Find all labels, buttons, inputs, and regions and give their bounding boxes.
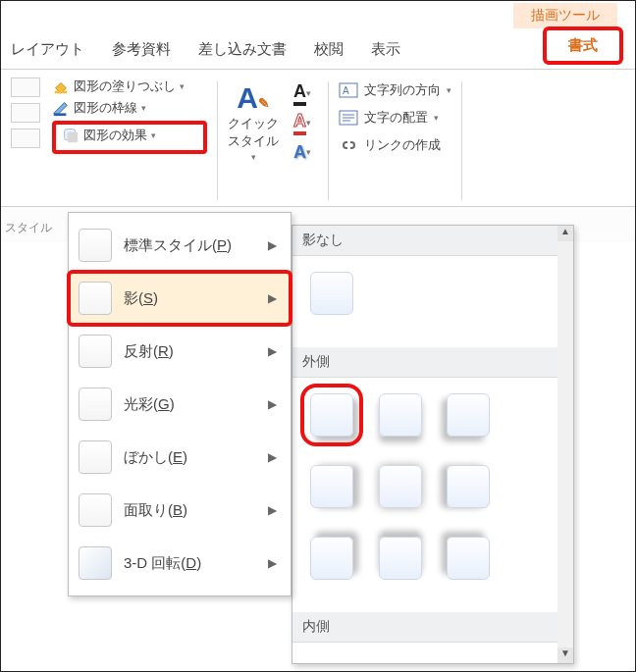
text-direction-icon: A: [339, 82, 358, 98]
text-fill-button[interactable]: A: [287, 83, 318, 103]
svg-rect-1: [54, 113, 67, 116]
shape-fill-button[interactable]: 図形の塗りつぶし: [52, 78, 207, 95]
softedge-thumb-icon: [79, 440, 112, 474]
chevron-right-icon: ▶: [268, 450, 277, 464]
svg-rect-3: [67, 131, 78, 142]
text-align-button[interactable]: 文字の配置: [339, 109, 451, 127]
chevron-right-icon: ▶: [268, 556, 277, 570]
shape-thumb[interactable]: [11, 103, 40, 123]
effects-item-softedge[interactable]: ぼかし(E) ▶: [69, 431, 291, 484]
shape-style-commands: 図形の塗りつぶし 図形の枠線 図形の効果: [46, 76, 213, 206]
create-link-label: リンクの作成: [364, 136, 441, 154]
effects-item-label: 標準スタイル(P): [124, 236, 256, 255]
effects-item-preset[interactable]: 標準スタイル(P) ▶: [69, 219, 291, 272]
gallery-outer-grid: [292, 378, 573, 612]
shape-outline-label: 図形の枠線: [74, 99, 137, 117]
gallery-head-none: 影なし: [292, 226, 573, 256]
gallery-head-outer: 外側: [292, 347, 573, 378]
chevron-right-icon: ▶: [268, 503, 277, 517]
scroll-up-icon[interactable]: ▲: [557, 226, 573, 241]
group-separator: [461, 81, 462, 200]
link-icon: [339, 137, 358, 153]
scroll-down-icon[interactable]: ▼: [557, 647, 573, 663]
shadow-outer-top-left[interactable]: [447, 537, 490, 580]
effects-item-label: 3-D 回転(D): [124, 554, 256, 573]
effects-item-reflection[interactable]: 反射(R) ▶: [69, 325, 291, 378]
shape-effects-menu: 標準スタイル(P) ▶ 影(S) ▶ 反射(R) ▶ 光彩(G) ▶ ぼかし(E…: [68, 212, 292, 596]
effects-item-3drotation[interactable]: 3-D 回転(D) ▶: [69, 537, 291, 590]
tab-mailmerge[interactable]: 差し込み文書: [198, 40, 287, 59]
wordart-group: A✎ クイック スタイル A A A: [222, 76, 324, 206]
drawing-tools-context-tab: 描画ツール: [513, 3, 617, 28]
tab-view[interactable]: 表示: [371, 40, 400, 59]
tab-layout[interactable]: レイアウト: [11, 40, 84, 59]
text-fill-icon: A: [293, 81, 306, 106]
shape-effects-button[interactable]: 図形の効果: [62, 127, 156, 144]
wordart-style-column: A A A: [287, 83, 318, 162]
shadow-outer-top-right[interactable]: [310, 537, 353, 580]
shape-thumb[interactable]: [11, 129, 40, 148]
rotation-thumb-icon: [79, 546, 112, 580]
effects-item-label: 影(S): [124, 289, 256, 308]
highlight-shape-effects: 図形の効果: [52, 121, 207, 154]
shadow-outer-right[interactable]: [310, 465, 353, 508]
tab-review[interactable]: 校閲: [314, 40, 344, 59]
create-link-button[interactable]: リンクの作成: [339, 136, 451, 154]
text-effects-icon: A: [293, 142, 306, 163]
quick-style-label: クイック スタイル: [228, 115, 279, 150]
group-caption-styles: スタイル: [5, 220, 52, 236]
gallery-none-row: [292, 256, 573, 347]
shape-outline-button[interactable]: 図形の枠線: [52, 99, 207, 117]
chevron-right-icon: ▶: [268, 397, 277, 411]
ribbon-body: 図形の塗りつぶし 図形の枠線 図形の効果 A✎ クイック スタイル A A A: [1, 70, 635, 207]
pen-outline-icon: [52, 99, 70, 117]
bevel-thumb-icon: [79, 493, 112, 527]
quick-style-button[interactable]: A✎ クイック スタイル: [228, 83, 279, 162]
effects-item-label: ぼかし(E): [124, 448, 256, 467]
text-outline-button[interactable]: A: [287, 113, 318, 132]
shadow-thumb-icon: [79, 282, 112, 315]
gallery-head-inner: 内側: [292, 612, 573, 643]
shadow-gallery: 影なし 外側 内側 ▲ ▼: [292, 225, 574, 664]
shape-fill-label: 図形の塗りつぶし: [74, 78, 176, 95]
effects-item-label: 面取り(B): [124, 501, 256, 520]
shadow-outer-left[interactable]: [447, 465, 490, 508]
shape-thumb[interactable]: [11, 78, 40, 97]
shape-effects-label: 図形の効果: [83, 127, 147, 144]
chevron-right-icon: ▶: [268, 291, 277, 305]
shadow-outer-bottom-right[interactable]: [310, 393, 353, 437]
contextual-tab-strip: 描画ツール: [1, 1, 635, 30]
chevron-right-icon: ▶: [268, 344, 277, 358]
group-separator: [217, 81, 218, 200]
text-outline-icon: A: [293, 111, 306, 135]
effects-item-bevel[interactable]: 面取り(B) ▶: [69, 484, 291, 537]
svg-rect-0: [55, 91, 68, 94]
tab-references[interactable]: 参考資料: [112, 40, 171, 59]
svg-text:A: A: [343, 85, 349, 96]
shape-gallery-fragment: [5, 76, 46, 206]
tab-format[interactable]: 書式: [568, 36, 598, 53]
quick-style-icon: A✎: [237, 83, 270, 113]
text-align-icon: [339, 110, 358, 126]
effects-item-label: 反射(R): [124, 342, 256, 361]
effects-item-glow[interactable]: 光彩(G) ▶: [69, 378, 291, 431]
text-align-label: 文字の配置: [364, 109, 428, 127]
effects-item-label: 光彩(G): [124, 395, 256, 414]
effects-icon: [62, 127, 80, 144]
shadow-outer-top[interactable]: [379, 537, 422, 580]
group-separator: [328, 81, 329, 200]
preset-thumb-icon: [79, 229, 112, 262]
shadow-none-preset[interactable]: [310, 272, 353, 315]
effects-item-shadow[interactable]: 影(S) ▶: [69, 272, 291, 325]
glow-thumb-icon: [79, 388, 112, 421]
highlight-format-tab: 書式: [543, 26, 623, 65]
shadow-outer-bottom-left[interactable]: [447, 393, 490, 437]
text-layout-group: A 文字列の方向 文字の配置 リンクの作成: [333, 76, 457, 206]
shadow-outer-bottom[interactable]: [379, 393, 422, 437]
gallery-scrollbar[interactable]: ▲ ▼: [557, 226, 573, 663]
paint-bucket-icon: [52, 78, 70, 95]
chevron-right-icon: ▶: [268, 238, 277, 252]
text-effects-button[interactable]: A: [287, 142, 318, 162]
shadow-outer-center[interactable]: [379, 465, 422, 508]
text-direction-button[interactable]: A 文字列の方向: [339, 81, 451, 99]
